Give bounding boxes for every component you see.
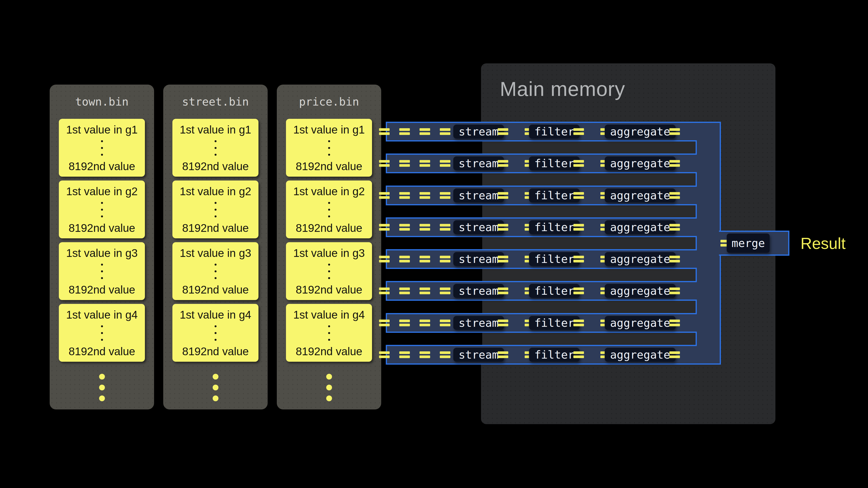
block-first-value: 1st value in g3 bbox=[180, 248, 251, 259]
 bbox=[440, 292, 451, 294]
dot-icon bbox=[326, 395, 332, 401]
file-name: street.bin bbox=[163, 96, 268, 107]
 bbox=[379, 132, 390, 135]
block-last-value: 8192nd value bbox=[182, 222, 249, 233]
dot-icon bbox=[215, 140, 217, 142]
 bbox=[669, 355, 680, 358]
file-card: street.bin1st value in g18192nd value1st… bbox=[163, 85, 268, 410]
 bbox=[498, 192, 508, 195]
 bbox=[574, 160, 584, 163]
stage-label-filter: filter bbox=[529, 284, 580, 298]
pipelines-box: streamfilteraggregatestreamfilteraggrega… bbox=[386, 122, 721, 365]
 bbox=[498, 132, 508, 135]
ellipsis-dots-icon bbox=[101, 264, 103, 279]
 bbox=[498, 355, 508, 358]
 bbox=[420, 355, 430, 358]
 bbox=[574, 320, 584, 322]
 bbox=[574, 256, 584, 258]
chunk-icon bbox=[440, 192, 451, 199]
ellipsis-dots-icon bbox=[328, 325, 330, 341]
dot-icon bbox=[213, 374, 218, 380]
 bbox=[379, 288, 390, 290]
chunk-icon bbox=[669, 160, 680, 167]
pipeline-row: streamfilteraggregate bbox=[379, 250, 680, 268]
 bbox=[379, 196, 390, 199]
stage-label-stream: stream bbox=[453, 125, 504, 138]
pipeline-row: streamfilteraggregate bbox=[379, 219, 680, 236]
 bbox=[669, 160, 680, 163]
 bbox=[498, 228, 508, 231]
dot-icon bbox=[215, 216, 217, 217]
pipeline-gap bbox=[386, 268, 697, 282]
value-block: 1st value in g18192nd value bbox=[286, 119, 372, 177]
block-last-value: 8192nd value bbox=[182, 284, 249, 295]
ellipsis-dots-icon bbox=[101, 202, 103, 217]
dot-icon bbox=[101, 147, 103, 149]
pipeline-row: streamfilteraggregate bbox=[379, 155, 680, 172]
chunk-icon bbox=[399, 160, 410, 167]
stage-label-aggregate: aggregate bbox=[605, 220, 675, 234]
 bbox=[420, 292, 430, 294]
 bbox=[379, 351, 390, 354]
 bbox=[399, 320, 410, 322]
dot-icon bbox=[99, 395, 105, 401]
value-block: 1st value in g28192nd value bbox=[59, 181, 145, 238]
 bbox=[399, 260, 410, 262]
pipeline-gap bbox=[386, 236, 697, 250]
value-block: 1st value in g28192nd value bbox=[173, 181, 258, 238]
more-groups-dots-icon bbox=[163, 374, 268, 401]
value-block: 1st value in g18192nd value bbox=[173, 119, 258, 177]
dot-icon bbox=[213, 385, 218, 390]
 bbox=[420, 224, 430, 227]
 bbox=[399, 224, 410, 227]
chunk-icon bbox=[574, 192, 584, 199]
 bbox=[399, 192, 410, 195]
 bbox=[669, 128, 680, 131]
ellipsis-dots-icon bbox=[215, 264, 217, 279]
chunk-icon bbox=[420, 192, 430, 199]
pipeline-row: streamfilteraggregate bbox=[379, 187, 680, 204]
dot-icon bbox=[328, 209, 330, 210]
stage-label-aggregate: aggregate bbox=[605, 125, 675, 138]
 bbox=[399, 132, 410, 135]
 bbox=[440, 288, 451, 290]
dot-icon bbox=[101, 264, 103, 266]
 bbox=[669, 260, 680, 262]
pipeline-row: streamfilteraggregate bbox=[379, 282, 680, 299]
chunk-icon bbox=[669, 192, 680, 199]
 bbox=[379, 260, 390, 262]
 bbox=[574, 292, 584, 294]
 bbox=[669, 224, 680, 227]
 bbox=[399, 351, 410, 354]
chunk-icon bbox=[498, 192, 508, 199]
chunk-icon bbox=[440, 128, 451, 135]
chunk-icon bbox=[498, 320, 508, 326]
stage-label-filter: filter bbox=[529, 220, 580, 234]
stage-label-stream: stream bbox=[453, 156, 504, 170]
 bbox=[669, 288, 680, 290]
 bbox=[420, 192, 430, 195]
 bbox=[379, 320, 390, 322]
 bbox=[399, 324, 410, 326]
 bbox=[420, 164, 430, 167]
stage-label-filter: filter bbox=[529, 348, 580, 362]
block-first-value: 1st value in g4 bbox=[66, 309, 138, 320]
stage-label-stream: stream bbox=[453, 252, 504, 266]
block-last-value: 8192nd value bbox=[182, 161, 249, 172]
chunk-icon bbox=[440, 288, 451, 294]
block-first-value: 1st value in g1 bbox=[293, 124, 365, 135]
chunk-icon bbox=[440, 224, 451, 231]
 bbox=[440, 324, 451, 326]
 bbox=[669, 320, 680, 322]
chunk-icon bbox=[440, 320, 451, 326]
chunk-icon bbox=[498, 351, 508, 358]
 bbox=[498, 196, 508, 199]
 bbox=[379, 192, 390, 195]
 bbox=[420, 260, 430, 262]
pipeline-gap bbox=[386, 140, 697, 155]
value-block: 1st value in g18192nd value bbox=[59, 119, 145, 177]
 bbox=[420, 288, 430, 290]
dot-icon bbox=[101, 277, 103, 279]
pipeline-gap bbox=[386, 204, 697, 219]
dot-icon bbox=[328, 332, 330, 334]
